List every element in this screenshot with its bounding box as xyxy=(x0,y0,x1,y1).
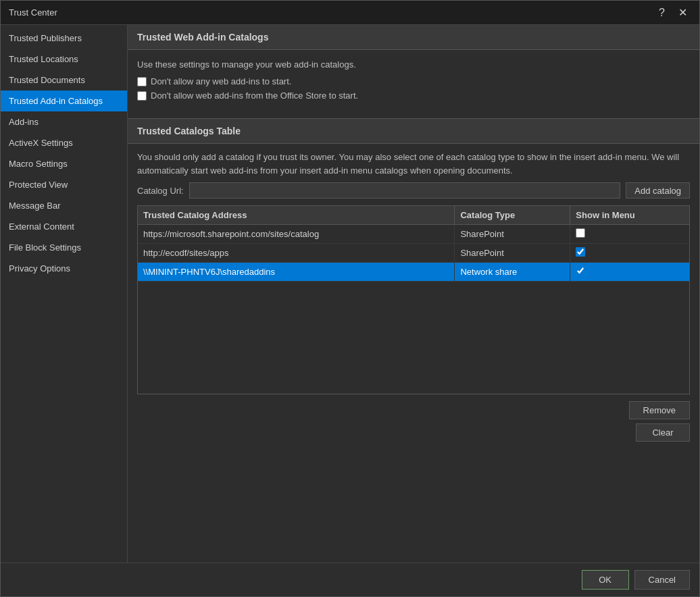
cell-address: \\MININT-PHNTV6J\sharedaddins xyxy=(138,263,455,282)
help-button[interactable]: ? xyxy=(655,6,669,20)
cancel-button[interactable]: Cancel xyxy=(634,570,690,590)
web-addin-section-content: Use these settings to manage your web ad… xyxy=(128,50,699,111)
table-row[interactable]: https://microsoft.sharepoint.com/sites/c… xyxy=(138,225,689,244)
title-bar-actions: ? ✕ xyxy=(655,6,691,20)
no-office-store-row: Don't allow web add-ins from the Office … xyxy=(137,90,690,101)
sidebar-item-trusted-publishers[interactable]: Trusted Publishers xyxy=(1,28,127,49)
no-web-addins-row: Don't allow any web add-ins to start. xyxy=(137,76,690,86)
cell-address: https://microsoft.sharepoint.com/sites/c… xyxy=(138,225,455,244)
catalog-table-container: Trusted Catalog Address Catalog Type Sho… xyxy=(137,205,690,394)
main-panel: Trusted Web Add-in Catalogs Use these se… xyxy=(128,25,699,563)
catalog-table: Trusted Catalog Address Catalog Type Sho… xyxy=(138,206,689,282)
catalog-table-section-header: Trusted Catalogs Table xyxy=(128,118,699,144)
sidebar-item-activex-settings[interactable]: ActiveX Settings xyxy=(1,132,127,153)
cell-type: SharePoint xyxy=(455,244,570,263)
web-addin-description: Use these settings to manage your web ad… xyxy=(137,59,690,70)
table-header-row: Trusted Catalog Address Catalog Type Sho… xyxy=(138,206,689,225)
catalog-url-input[interactable] xyxy=(189,182,621,199)
cell-address: http://ecodf/sites/apps xyxy=(138,244,455,263)
col-address: Trusted Catalog Address xyxy=(138,206,455,225)
title-bar: Trust Center ? ✕ xyxy=(1,1,699,25)
sidebar-item-trusted-documents[interactable]: Trusted Documents xyxy=(1,70,127,90)
no-office-store-checkbox[interactable] xyxy=(137,91,147,101)
clear-button[interactable]: Clear xyxy=(636,423,690,442)
no-web-addins-label[interactable]: Don't allow any web add-ins to start. xyxy=(151,76,291,86)
cell-type: Network share xyxy=(455,263,570,282)
catalog-table-description: You should only add a catalog if you tru… xyxy=(128,144,699,182)
sidebar-item-trusted-add-catalogs[interactable]: Trusted Add-in Catalogs xyxy=(1,90,127,111)
dialog-title: Trust Center xyxy=(9,7,57,18)
title-bar-left: Trust Center xyxy=(9,7,57,18)
ok-button[interactable]: OK xyxy=(582,570,629,590)
sidebar-item-privacy-options[interactable]: Privacy Options xyxy=(1,258,127,279)
cell-show-menu xyxy=(570,263,689,282)
sidebar-item-file-block-settings[interactable]: File Block Settings xyxy=(1,237,127,258)
dialog-footer: OK Cancel xyxy=(1,563,699,596)
content-area: Trusted PublishersTrusted LocationsTrust… xyxy=(1,25,699,563)
cell-type: SharePoint xyxy=(455,225,570,244)
show-menu-checkbox-0[interactable] xyxy=(576,228,585,238)
table-row[interactable]: \\MININT-PHNTV6J\sharedaddinsNetwork sha… xyxy=(138,263,689,282)
catalog-url-row: Catalog Url: Add catalog xyxy=(128,182,699,205)
web-addin-section-header: Trusted Web Add-in Catalogs xyxy=(128,25,699,50)
sidebar-item-message-bar[interactable]: Message Bar xyxy=(1,195,127,216)
col-show-menu: Show in Menu xyxy=(570,206,689,225)
sidebar: Trusted PublishersTrusted LocationsTrust… xyxy=(1,25,128,563)
close-button[interactable]: ✕ xyxy=(674,6,691,20)
show-menu-checkbox-1[interactable] xyxy=(576,247,585,257)
bottom-area: Remove Clear xyxy=(128,394,699,448)
no-office-store-label[interactable]: Don't allow web add-ins from the Office … xyxy=(151,90,358,101)
cell-show-menu xyxy=(570,225,689,244)
sidebar-item-add-ins[interactable]: Add-ins xyxy=(1,111,127,132)
table-row[interactable]: http://ecodf/sites/appsSharePoint xyxy=(138,244,689,263)
trust-center-dialog: Trust Center ? ✕ Trusted PublishersTrust… xyxy=(0,0,700,597)
no-web-addins-checkbox[interactable] xyxy=(137,77,147,86)
remove-button[interactable]: Remove xyxy=(629,401,690,419)
catalog-url-label: Catalog Url: xyxy=(137,186,184,196)
sidebar-item-trusted-locations[interactable]: Trusted Locations xyxy=(1,49,127,70)
col-type: Catalog Type xyxy=(455,206,570,225)
cell-show-menu xyxy=(570,244,689,263)
show-menu-checkbox-2[interactable] xyxy=(576,266,585,276)
sidebar-item-protected-view[interactable]: Protected View xyxy=(1,174,127,195)
sidebar-item-macro-settings[interactable]: Macro Settings xyxy=(1,153,127,174)
main-scroll: Trusted Web Add-in Catalogs Use these se… xyxy=(128,25,699,563)
sidebar-item-external-content[interactable]: External Content xyxy=(1,216,127,237)
add-catalog-button[interactable]: Add catalog xyxy=(626,182,690,199)
